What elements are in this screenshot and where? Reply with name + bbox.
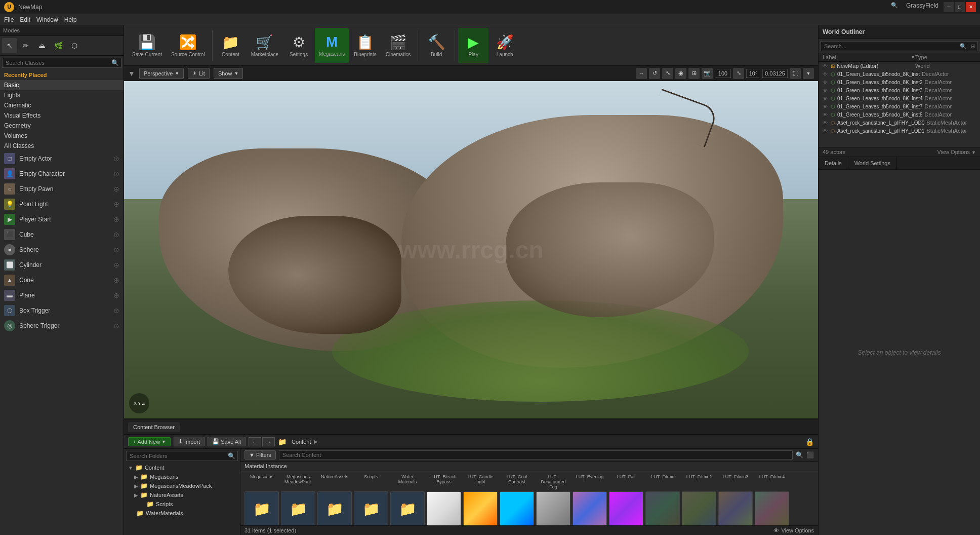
- menu-file[interactable]: File: [4, 16, 14, 23]
- actor-plane[interactable]: ▬ Plane ⊕: [0, 288, 124, 303]
- cinematics-button[interactable]: 🎬 Cinematics: [382, 28, 415, 63]
- grid-view-icon[interactable]: ⊞: [688, 68, 700, 79]
- asset-megascans[interactable]: 📁: [244, 491, 279, 525]
- outliner-row-4[interactable]: 👁 ⬡ 01_Green_Leaves_tb5nodo_8K_inst4 Dec…: [819, 94, 980, 102]
- asset-lut-filmic4[interactable]: [755, 491, 789, 525]
- geometry-mode-btn[interactable]: ⬡: [67, 38, 82, 53]
- actor-sphere[interactable]: ● Sphere ⊕: [0, 242, 124, 257]
- menu-help[interactable]: Help: [64, 16, 77, 23]
- asset-lut-cool[interactable]: [500, 491, 534, 525]
- grid-size-input[interactable]: 100: [715, 69, 731, 78]
- actor-empty-pawn-add[interactable]: ⊕: [113, 185, 119, 193]
- asset-nature[interactable]: 📁: [317, 491, 352, 525]
- select-mode-btn[interactable]: ↖: [2, 38, 17, 53]
- actor-player-start-add[interactable]: ⊕: [113, 215, 119, 223]
- actor-point-light[interactable]: 💡 Point Light ⊕: [0, 197, 124, 212]
- category-volumes[interactable]: Volumes: [0, 131, 124, 141]
- actor-player-start[interactable]: ▶ Player Start ⊕: [0, 212, 124, 227]
- viewport-type-dropdown[interactable]: ▼: [128, 69, 135, 78]
- actor-sphere-add[interactable]: ⊕: [113, 246, 119, 254]
- actor-cube[interactable]: ⬛ Cube ⊕: [0, 227, 124, 242]
- outliner-row-newmap[interactable]: 👁 ⊞ NewMap (Editor) World: [819, 62, 980, 70]
- settings-button[interactable]: ⚙ Settings: [283, 28, 314, 63]
- content-search-input[interactable]: [279, 451, 792, 459]
- actor-empty-pawn[interactable]: ○ Empty Pawn ⊕: [0, 181, 124, 197]
- scale-input[interactable]: 0.03125: [762, 69, 788, 78]
- build-button[interactable]: 🔨 Build: [421, 28, 452, 63]
- filters-button[interactable]: ▼ Filters: [244, 450, 276, 460]
- folder-nature-assets[interactable]: ▶ 📁 NatureAssets: [126, 490, 238, 500]
- asset-grid-container[interactable]: Megascans MegascansMeadowPack NatureAsse…: [240, 471, 818, 525]
- asset-lut-candle[interactable]: [463, 491, 498, 525]
- menu-edit[interactable]: Edit: [20, 16, 30, 23]
- outliner-row-5[interactable]: 👁 ⬡ 01_Green_Leaves_tb5nodo_8K_inst7 Dec…: [819, 102, 980, 110]
- actor-box-trigger[interactable]: ⬡ Box Trigger ⊕: [0, 303, 124, 318]
- folder-search-input[interactable]: [127, 452, 226, 460]
- outliner-row-3[interactable]: 👁 ⬡ 01_Green_Leaves_tb5nodo_8K_inst3 Dec…: [819, 86, 980, 94]
- translate-icon[interactable]: ↔: [636, 68, 647, 79]
- col-type-header[interactable]: Type: [915, 54, 976, 60]
- paint-mode-btn[interactable]: ✏: [18, 38, 33, 53]
- category-lights[interactable]: Lights: [0, 90, 124, 100]
- actor-sphere-trigger-add[interactable]: ⊕: [113, 322, 119, 330]
- category-all-classes[interactable]: All Classes: [0, 141, 124, 151]
- view-options-button[interactable]: 👁 View Options: [773, 527, 814, 533]
- folder-scripts[interactable]: 📁 Scripts: [126, 500, 238, 509]
- folder-meadow-pack[interactable]: ▶ 📁 MegascansMeadowPack: [126, 481, 238, 490]
- viewport-maximize-icon[interactable]: ⛶: [790, 68, 801, 79]
- asset-meadow[interactable]: 📁: [281, 491, 315, 525]
- asset-lut-filmic3[interactable]: [718, 491, 753, 525]
- category-basic[interactable]: Basic: [0, 80, 124, 90]
- category-cinematic[interactable]: Cinematic: [0, 100, 124, 110]
- outliner-search-input[interactable]: [821, 42, 958, 51]
- menu-window[interactable]: Window: [36, 16, 58, 23]
- viewport[interactable]: www.rrcg.cn X Y Z: [124, 81, 818, 418]
- scale-icon[interactable]: ⤡: [662, 68, 673, 79]
- source-control-button[interactable]: 🔀 Source Control: [167, 28, 209, 63]
- camera-icon[interactable]: 📷: [702, 68, 713, 79]
- local-icon[interactable]: ◉: [675, 68, 686, 79]
- asset-lut-filmic2[interactable]: [682, 491, 716, 525]
- viewport-options-icon[interactable]: ▼: [803, 68, 814, 79]
- show-button[interactable]: Show ▼: [214, 68, 243, 79]
- view-options-outliner[interactable]: View Options ▼: [937, 149, 976, 155]
- outliner-row-1[interactable]: 👁 ⬡ 01_Green_Leaves_tb5nodo_8K_inst Deca…: [819, 70, 980, 78]
- landscape-mode-btn[interactable]: ⛰: [34, 38, 50, 53]
- actor-cube-add[interactable]: ⊕: [113, 231, 119, 239]
- actor-empty-actor-add[interactable]: ⊕: [113, 155, 119, 163]
- rotate-icon[interactable]: ↺: [649, 68, 660, 79]
- foliage-mode-btn[interactable]: 🌿: [51, 38, 66, 53]
- outliner-search[interactable]: 🔍 ⊞: [821, 41, 978, 51]
- folder-megascans[interactable]: ▶ 📁 Megascans: [126, 472, 238, 481]
- category-geometry[interactable]: Geometry: [0, 121, 124, 131]
- asset-lut-fall[interactable]: [609, 491, 643, 525]
- class-search-input[interactable]: [3, 58, 109, 67]
- actor-cylinder[interactable]: ⬜ Cylinder ⊕: [0, 257, 124, 273]
- outliner-row-6[interactable]: 👁 ⬡ 01_Green_Leaves_tb5nodo_8K_inst8 Dec…: [819, 110, 980, 119]
- add-new-button[interactable]: + Add New ▼: [128, 437, 171, 446]
- asset-scripts-folder[interactable]: 📁: [354, 491, 388, 525]
- maximize-button[interactable]: □: [955, 2, 965, 12]
- angle-input[interactable]: 10°: [746, 69, 760, 78]
- asset-lut-filmic[interactable]: [645, 491, 680, 525]
- actor-empty-actor[interactable]: □ Empty Actor ⊕: [0, 151, 124, 166]
- snap-settings-icon[interactable]: ⤡: [733, 68, 744, 79]
- col-label-header[interactable]: Label: [823, 54, 911, 60]
- content-search[interactable]: [279, 450, 793, 460]
- tab-details[interactable]: Details: [819, 157, 848, 169]
- content-browser-tab[interactable]: Content Browser: [128, 422, 180, 432]
- outliner-row-2[interactable]: 👁 ⬡ 01_Green_Leaves_tb5nodo_8K_inst2 Dec…: [819, 78, 980, 86]
- marketplace-button[interactable]: 🛒 Marketplace: [247, 28, 282, 63]
- play-button[interactable]: ▶ Play: [458, 28, 488, 63]
- recently-placed-label[interactable]: Recently Placed: [0, 70, 124, 80]
- minimize-button[interactable]: ─: [944, 2, 954, 12]
- save-all-button[interactable]: 💾 Save All: [208, 437, 246, 446]
- class-search[interactable]: 🔍: [2, 58, 121, 68]
- outliner-options-icon[interactable]: ⊞: [969, 42, 977, 51]
- asset-lut-evening[interactable]: [573, 491, 607, 525]
- actor-box-trigger-add[interactable]: ⊕: [113, 307, 119, 315]
- asset-lut-desat[interactable]: [536, 491, 570, 525]
- folder-water-materials[interactable]: 📁 WaterMaterials: [126, 509, 238, 518]
- actor-cone-add[interactable]: ⊕: [113, 276, 119, 284]
- launch-button[interactable]: 🚀 Launch: [489, 28, 520, 63]
